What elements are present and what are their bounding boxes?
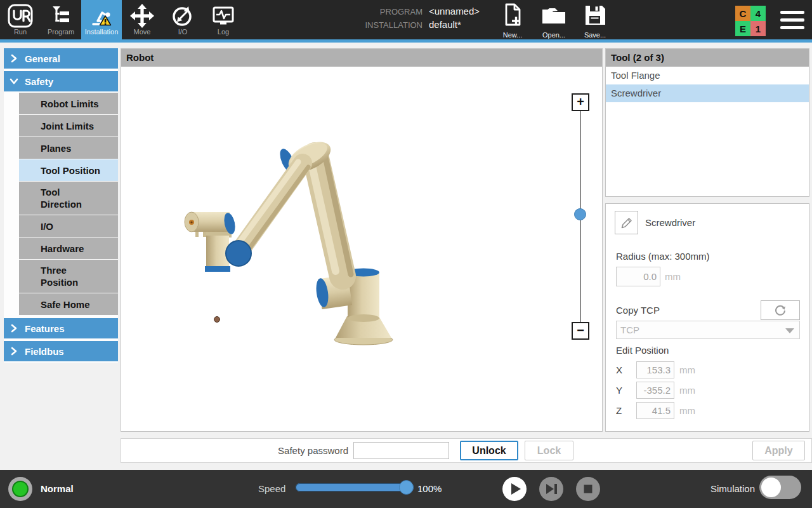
safety-password-bar: Safety password Unlock Lock Apply: [121, 438, 812, 463]
copy-tcp-refresh-button[interactable]: [761, 300, 800, 320]
sidebar-item-tool-position[interactable]: Tool Position: [19, 159, 118, 181]
rename-tool-button[interactable]: [615, 211, 638, 234]
coord-row-z: Z mm: [616, 402, 800, 419]
sidebar-fieldbus-label: Fieldbus: [25, 346, 64, 357]
tab-run-label: Run: [14, 28, 27, 36]
sidebar-item-features[interactable]: Features: [4, 318, 118, 338]
stop-icon: [576, 477, 600, 501]
zoom-slider-handle[interactable]: [574, 208, 586, 220]
installation-sidebar: General Safety Robot Limits Joint Limits…: [4, 48, 118, 363]
x-input[interactable]: [636, 361, 674, 378]
safety-password-input[interactable]: [353, 442, 449, 459]
tool-direction-label: Tool Direction: [41, 186, 82, 210]
axis-y-label: Y: [616, 382, 622, 399]
robot-3d-view[interactable]: [122, 67, 601, 431]
radius-input[interactable]: [616, 267, 660, 286]
sidebar-item-robot-limits[interactable]: Robot Limits: [19, 93, 118, 114]
tab-installation[interactable]: Installation: [81, 0, 122, 39]
coord-row-y: Y mm: [616, 382, 800, 399]
ur-logo-icon: [6, 3, 34, 29]
toggle-knob: [761, 478, 781, 497]
planes-label: Planes: [41, 142, 71, 154]
speed-slider-handle[interactable]: [399, 480, 414, 495]
unlock-button[interactable]: Unlock: [460, 441, 518, 460]
accent-divider: [0, 39, 812, 43]
io-label: I/O: [41, 220, 53, 232]
robot-status-light[interactable]: [8, 477, 32, 501]
sidebar-item-general[interactable]: General: [4, 48, 118, 69]
sidebar-item-safe-home[interactable]: Safe Home: [19, 293, 118, 315]
copy-tcp-label: Copy TCP: [616, 305, 660, 316]
tab-io[interactable]: I/O: [162, 0, 203, 39]
tool-list-header: Tool (2 of 3): [606, 49, 809, 67]
tool-name-label: Screwdriver: [645, 211, 695, 234]
zoom-in-button[interactable]: +: [572, 93, 589, 111]
new-file-icon: [501, 3, 524, 30]
sidebar-item-hardware[interactable]: Hardware: [19, 237, 118, 259]
sidebar-item-io[interactable]: I/O: [19, 215, 118, 237]
tool-item-screwdriver[interactable]: Screwdriver: [606, 84, 809, 102]
chevron-down-icon: [10, 77, 18, 86]
apply-button[interactable]: Apply: [752, 441, 805, 460]
open-button[interactable]: Open...: [535, 3, 573, 39]
speed-slider-track[interactable]: [296, 483, 414, 491]
zoom-out-button[interactable]: −: [572, 322, 589, 340]
installation-name: default*: [429, 19, 461, 30]
speed-value: 100%: [417, 470, 442, 508]
coord-row-x: X mm: [616, 361, 800, 378]
hardware-label: Hardware: [41, 243, 84, 255]
tab-program[interactable]: Program: [41, 0, 81, 39]
chevron-right-icon: [10, 347, 18, 356]
checksum-cell-1: 1: [750, 21, 766, 36]
radius-label: Radius (max: 300mm): [616, 251, 710, 262]
io-icon: [170, 3, 195, 29]
tab-move[interactable]: Move: [122, 0, 162, 39]
new-button-label: New...: [503, 31, 523, 39]
robot-view-panel: Robot: [121, 48, 603, 432]
step-button[interactable]: [539, 477, 563, 501]
hamburger-menu-icon[interactable]: [780, 11, 804, 29]
new-button[interactable]: New...: [494, 3, 532, 39]
sidebar-item-fieldbus[interactable]: Fieldbus: [4, 341, 118, 361]
installation-robot-icon: [88, 3, 115, 29]
program-info: PROGRAM <unnamed> INSTALLATION default*: [341, 6, 480, 32]
axis-z-label: Z: [616, 402, 622, 419]
tab-log[interactable]: Log: [203, 0, 244, 39]
save-button[interactable]: Save...: [576, 3, 614, 39]
tcp-dropdown-value: TCP: [620, 324, 639, 335]
sidebar-item-tool-direction[interactable]: Tool Direction: [19, 182, 118, 215]
top-bar: Run Program Installation Move I/O Log PR…: [0, 0, 812, 39]
tool-item-tool-flange[interactable]: Tool Flange: [606, 67, 809, 84]
open-folder-icon: [540, 3, 567, 30]
status-green-icon: [12, 481, 29, 497]
tab-move-label: Move: [134, 28, 151, 36]
sidebar-item-three-position[interactable]: Three Position: [19, 260, 118, 293]
checksum-cell-c: C: [735, 6, 750, 21]
sidebar-item-joint-limits[interactable]: Joint Limits: [19, 115, 118, 137]
tab-installation-label: Installation: [85, 28, 119, 36]
tab-run[interactable]: Run: [0, 0, 41, 39]
program-name: <unnamed>: [429, 6, 480, 17]
move-arrows-icon: [129, 3, 155, 29]
open-button-label: Open...: [542, 31, 565, 39]
sidebar-item-safety[interactable]: Safety: [4, 71, 118, 91]
tcp-dropdown[interactable]: TCP: [616, 321, 800, 339]
safe-home-label: Safe Home: [41, 298, 90, 311]
program-icon: [48, 3, 74, 29]
robot-panel-header: Robot: [121, 49, 602, 67]
lock-button[interactable]: Lock: [525, 441, 573, 460]
play-icon: [502, 477, 527, 501]
y-unit: mm: [679, 385, 695, 396]
safety-checksum-grid[interactable]: C 4 E 1: [735, 6, 766, 36]
y-input[interactable]: [636, 382, 674, 399]
z-input[interactable]: [636, 402, 674, 419]
sidebar-item-planes[interactable]: Planes: [19, 137, 118, 159]
sidebar-safety-label: Safety: [25, 76, 53, 87]
simulation-toggle[interactable]: [759, 476, 801, 499]
tool-detail-panel: Screwdriver Radius (max: 300mm) mm Copy …: [605, 203, 809, 432]
axis-x-label: X: [616, 361, 622, 378]
stop-button[interactable]: [576, 477, 600, 501]
edit-position-label: Edit Position: [616, 345, 669, 356]
radius-unit: mm: [665, 271, 681, 282]
play-button[interactable]: [502, 477, 527, 501]
